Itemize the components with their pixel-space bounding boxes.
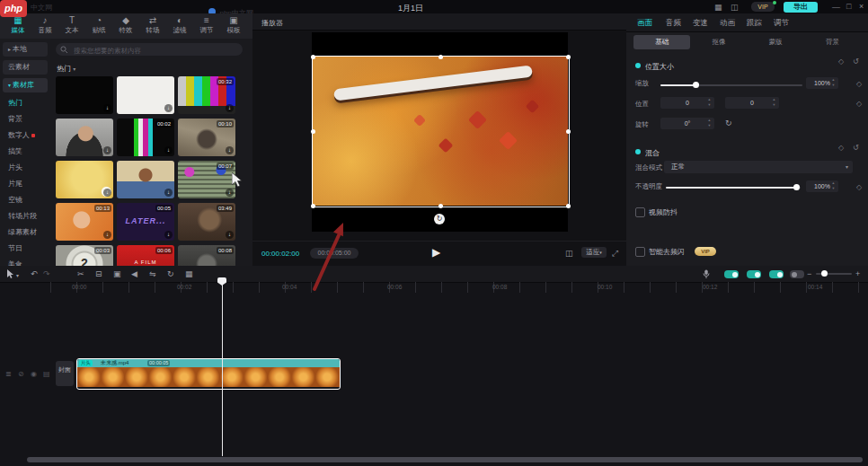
sidebar-item-local[interactable]: ▸本地 (3, 42, 48, 57)
nav-tab-filter[interactable]: ◐滤镜 (167, 15, 192, 37)
link-toggle[interactable] (747, 270, 761, 278)
sidebar-item-transition-clips[interactable]: 转场片段 (3, 209, 48, 224)
download-icon[interactable]: ↓ (164, 231, 173, 239)
export-button[interactable]: 导出 (784, 2, 818, 13)
reset-icon[interactable]: ↺ (853, 57, 859, 66)
nav-tab-media[interactable]: ▦媒体 (5, 15, 31, 37)
tab-speed[interactable]: 变速 (693, 18, 708, 29)
video-clip[interactable]: 片头 未来感.mp4 00:00:05 (76, 358, 341, 390)
undo-icon[interactable]: ↶ (31, 268, 38, 279)
media-thumbnail[interactable]: 00:07↓ (178, 161, 235, 198)
stepper-arrows[interactable]: ▴▾ (706, 97, 713, 109)
download-icon[interactable]: ↓ (226, 189, 234, 197)
redo-icon[interactable]: ↷ (43, 268, 50, 279)
sidebar-item-cloud[interactable]: 云素材 (3, 60, 48, 75)
download-icon[interactable]: ↓ (226, 231, 234, 239)
scale-slider-thumb[interactable] (693, 82, 699, 88)
preview-video-frame[interactable] (313, 57, 568, 206)
download-icon[interactable]: ↓ (103, 104, 111, 112)
media-thumbnail[interactable]: ↓ (56, 161, 113, 198)
download-icon[interactable]: ↓ (164, 189, 173, 197)
sidebar-item-digital-human[interactable]: 数字人 (3, 128, 48, 143)
stepper-arrows[interactable]: ▴▾ (830, 180, 837, 192)
sidebar-item-funny[interactable]: 搞笑 (3, 145, 48, 159)
download-icon[interactable]: ↓ (164, 104, 173, 112)
timeline-zoom-thumb[interactable] (821, 270, 828, 277)
quality-icon[interactable]: ◫ (565, 249, 573, 258)
opacity-slider-thumb[interactable] (793, 184, 800, 190)
tab-adjust[interactable]: 调节 (774, 18, 789, 29)
track-collapse-icon[interactable]: ≣ (5, 370, 12, 378)
keyframe-icon[interactable]: ◇ (856, 100, 862, 108)
download-icon[interactable]: ↓ (226, 146, 234, 154)
nav-tab-sticker[interactable]: ◔贴纸 (86, 15, 111, 37)
nav-tab-audio[interactable]: ♪音频 (32, 15, 58, 37)
chevron-down-icon[interactable]: ▾ (16, 270, 19, 281)
nav-tab-transition[interactable]: ⇄转场 (140, 15, 165, 37)
position-x-input[interactable]: 0▴▾ (660, 97, 714, 109)
sidebar-item-broll[interactable]: 空镜 (3, 193, 48, 207)
scale-value[interactable]: 100%▴▾ (806, 77, 838, 89)
sidebar-item-hot[interactable]: 热门 (3, 96, 48, 110)
rotate-icon[interactable]: ↻ (167, 268, 174, 279)
fullscreen-icon[interactable]: ⤢ (612, 249, 618, 259)
media-thumbnail[interactable]: 200:03 (56, 245, 113, 266)
close-button[interactable]: × (859, 2, 864, 11)
track-hide-icon[interactable]: ▤ (43, 370, 50, 378)
tab-picture[interactable]: 画面 (637, 18, 652, 29)
download-icon[interactable]: ↓ (103, 231, 111, 239)
magnetic-snap-toggle[interactable] (724, 270, 739, 278)
keyframe-icon[interactable]: ◇ (838, 144, 844, 152)
auto-ripple-toggle[interactable] (790, 270, 804, 278)
playhead-line[interactable] (222, 282, 223, 456)
position-y-input[interactable]: 0▴▾ (725, 97, 779, 109)
stepper-arrows[interactable]: ▴▾ (830, 77, 837, 89)
media-thumbnail[interactable]: LATER...00:05↓ (117, 203, 174, 241)
sidebar-item-intro[interactable]: 片头 (3, 161, 48, 175)
media-thumbnail[interactable]: 00:13↓ (56, 203, 113, 241)
opacity-value[interactable]: 100%▴▾ (806, 180, 838, 192)
media-thumbnail[interactable]: 00:32↓ (178, 76, 235, 114)
rotate-handle[interactable]: ↻ (434, 214, 445, 224)
delete-icon[interactable]: ⊟ (95, 268, 102, 279)
sidebar-item-library[interactable]: ▾素材库 (3, 78, 48, 92)
fit-dropdown[interactable]: 适应▾ (581, 247, 607, 258)
blend-mode-dropdown[interactable]: 正常 ▾ (664, 161, 853, 173)
subtab-cutout[interactable]: 抠像 (690, 35, 747, 49)
timeline-ruler[interactable] (50, 282, 868, 293)
media-thumbnail[interactable]: 00:02↓ (117, 119, 174, 156)
search-input[interactable] (72, 43, 237, 57)
tab-audio[interactable]: 音频 (666, 18, 681, 29)
rotate-90-icon[interactable]: ↻ (725, 119, 732, 127)
download-icon[interactable]: ↓ (226, 104, 234, 112)
nav-tab-effects[interactable]: ◆特效 (113, 15, 138, 37)
stabilize-checkbox[interactable] (635, 207, 645, 217)
vip-badge[interactable]: VIP (751, 2, 775, 12)
sidebar-item-background[interactable]: 背景 (3, 112, 48, 127)
zoom-in-icon[interactable]: + (855, 268, 860, 279)
zoom-out-icon[interactable]: − (807, 268, 811, 279)
download-icon[interactable]: ↓ (103, 146, 111, 154)
keyframe-icon[interactable]: ◇ (856, 80, 862, 88)
split-icon[interactable]: ✂ (77, 268, 84, 279)
maximize-button[interactable]: □ (846, 2, 851, 11)
sidebar-item-greenscreen[interactable]: 绿幕素材 (3, 225, 48, 240)
keyframe-icon[interactable]: ◇ (838, 57, 844, 66)
category-group-label[interactable]: 热门 ▾ (57, 64, 75, 74)
media-thumbnail[interactable]: ↓ (117, 161, 174, 198)
tab-tracking[interactable]: 跟踪 (747, 18, 762, 29)
panel-layout-icon[interactable]: ◫ (731, 3, 739, 12)
reverse-icon[interactable]: ◀ (131, 268, 137, 279)
freeze-frame-icon[interactable]: ▣ (113, 268, 121, 279)
nav-tab-template[interactable]: ▣模板 (221, 15, 246, 37)
sidebar-item-festival[interactable]: 节日 (3, 242, 48, 256)
track-mute-icon[interactable]: ⊘ (18, 370, 24, 378)
media-thumbnail[interactable]: 00:08 (178, 245, 235, 266)
nav-tab-adjust[interactable]: ≡调节 (194, 15, 219, 37)
keyframe-icon[interactable]: ◇ (856, 183, 862, 191)
media-thumbnail[interactable]: 03:49↓ (178, 203, 235, 241)
record-voiceover-icon[interactable] (703, 269, 710, 279)
preview-axis-toggle[interactable] (769, 270, 784, 278)
timeline-scrollbar[interactable] (27, 457, 863, 462)
media-thumbnail[interactable]: 00:10↓ (178, 119, 235, 156)
